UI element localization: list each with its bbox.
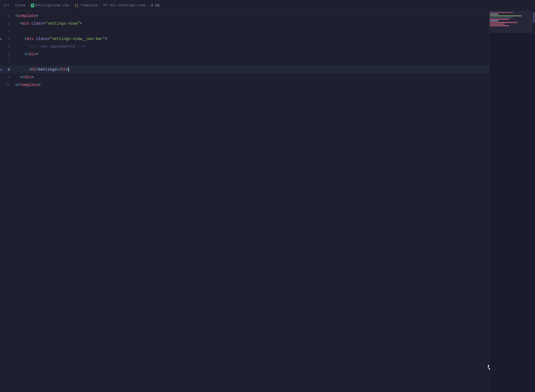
line-number-5: 5 <box>0 45 14 49</box>
line-content-10: </template> <box>14 81 489 89</box>
minimap-content <box>489 11 533 28</box>
code-line-6: 6 </div> <box>0 50 489 58</box>
vue-icon: V <box>31 4 34 7</box>
breadcrumb-src[interactable]: src <box>3 3 10 7</box>
fold-arrow-4: ▶ <box>1 38 2 41</box>
minimap[interactable] <box>489 11 533 392</box>
scrollbar[interactable] <box>533 11 535 392</box>
h1-icon: ⌘ <box>151 4 156 8</box>
minimap-line-8 <box>490 24 505 25</box>
breadcrumb-sep-1: › <box>11 4 13 7</box>
code-line-5: 5 <!-- not implemented --> <box>0 43 489 50</box>
code-line-9: 9 </div> <box>0 73 489 81</box>
editor-body: 1 <template> 2 <div class="settings-view… <box>0 11 535 392</box>
curly-icon: {} <box>74 3 80 7</box>
line-content-2: <div class="settings-view"> <box>14 20 489 27</box>
code-line-1: 1 <template> <box>0 12 489 20</box>
line-number-3: 3 <box>0 29 14 33</box>
line-content-5: <!-- not implemented --> <box>14 43 489 50</box>
breadcrumb-sep-4: › <box>99 4 101 7</box>
minimap-line-9 <box>490 25 509 26</box>
minimap-line-7 <box>490 22 517 23</box>
breadcrumb-div[interactable]: <> div.settings-view <box>103 3 146 7</box>
minimap-line-2 <box>490 14 498 15</box>
code-line-3: 3 <box>0 27 489 35</box>
code-line-10: 10 </template> <box>0 81 489 89</box>
breadcrumb-bar: src › views › VSettingsView.vue › {} tem… <box>0 0 535 11</box>
minimap-line-3 <box>490 15 522 16</box>
code-line-8: ▶ 8 <h1>Settings</h1> <box>0 66 489 73</box>
line-number-2: 2 <box>0 22 14 26</box>
line-content-9: </div> <box>14 73 489 81</box>
breadcrumb-file[interactable]: VSettingsView.vue <box>31 3 69 7</box>
breadcrumb-sep-3: › <box>71 4 73 7</box>
fold-arrow-8: ▶ <box>1 68 2 71</box>
line-number-8: ▶ 8 <box>0 68 14 72</box>
minimap-line-1 <box>490 12 513 13</box>
line-content-8: <h1>Settings</h1> <box>14 66 489 73</box>
line-content-4: <div class="settings-view__nav-bar"> <box>14 35 489 43</box>
code-line-2: 2 <div class="settings-view"> <box>0 20 489 27</box>
code-line-4: ▶ 4 <div class="settings-view__nav-bar"> <box>0 35 489 43</box>
line-number-9: 9 <box>0 75 14 79</box>
minimap-line-4 <box>490 17 513 18</box>
breadcrumb-sep-2: › <box>27 4 29 7</box>
div-icon: <> <box>103 3 110 7</box>
scrollbar-thumb[interactable] <box>533 12 535 23</box>
minimap-line-5 <box>490 19 509 20</box>
breadcrumb-h1[interactable]: ⌘ h1 <box>151 3 160 8</box>
editor-container: src › views › VSettingsView.vue › {} tem… <box>0 0 535 392</box>
line-number-1: 1 <box>0 14 14 18</box>
line-number-10: 10 <box>0 83 14 87</box>
code-area[interactable]: 1 <template> 2 <div class="settings-view… <box>0 11 489 392</box>
breadcrumb-views[interactable]: views <box>15 3 26 7</box>
breadcrumb-sep-5: › <box>148 4 149 7</box>
breadcrumb-template[interactable]: {} template <box>74 3 98 7</box>
line-content-1: <template> <box>14 12 489 20</box>
minimap-line-6 <box>490 20 498 21</box>
line-content-6: </div> <box>14 50 489 58</box>
line-number-7: 7 <box>0 60 14 64</box>
line-number-4: ▶ 4 <box>0 37 14 41</box>
code-line-7: 7 <box>0 58 489 66</box>
line-number-6: 6 <box>0 52 14 56</box>
